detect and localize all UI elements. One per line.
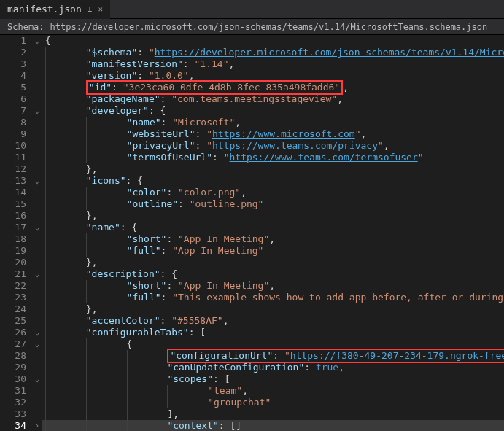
fold-toggle [32, 408, 42, 420]
close-icon[interactable]: ✕ [98, 4, 103, 14]
line-number: 15 [0, 198, 26, 210]
code-line[interactable]: "id": "3e23ca60-0dfe-4d8b-8fec-835a498fa… [42, 82, 504, 93]
json-key: "configurableTabs" [86, 327, 189, 338]
fold-toggle [32, 140, 42, 152]
code-line[interactable]: "short": "App In Meeting", [42, 233, 504, 245]
fold-toggle [32, 362, 42, 373]
json-string: "1.14" [195, 58, 229, 69]
json-key: "description" [86, 268, 160, 279]
fold-toggle[interactable]: ⌄ [32, 175, 42, 187]
line-number: 10 [0, 140, 26, 152]
line-number: 30 [0, 373, 26, 385]
json-key: "full" [127, 245, 161, 256]
code-editor[interactable]: 1234567891011121314151617181920212223242… [0, 35, 504, 431]
json-key: "full" [127, 292, 161, 303]
tab-manifest[interactable]: manifest.json ⟂ ✕ [0, 0, 110, 19]
code-line[interactable]: "canUpdateConfiguration": true, [42, 362, 504, 373]
code-line[interactable]: { [42, 35, 504, 47]
pin-icon[interactable]: ⟂ [88, 4, 93, 14]
line-number: 16 [0, 210, 26, 222]
json-key: "manifestVersion" [86, 58, 183, 69]
fold-toggle [32, 163, 42, 175]
line-number: 3 [0, 58, 26, 70]
fold-toggle [32, 292, 42, 303]
schema-url[interactable]: https://developer.microsoft.com/json-sch… [50, 22, 488, 32]
code-line[interactable]: "short": "App In Meeting", [42, 280, 504, 292]
line-number: 12 [0, 163, 26, 175]
code-line[interactable]: "outline": "outline.png" [42, 198, 504, 210]
code-line[interactable]: "websiteUrl": "https://www.microsoft.com… [42, 128, 504, 140]
fold-toggle[interactable]: ⌄ [32, 327, 42, 338]
code-line[interactable]: "full": "This example shows how to add a… [42, 292, 504, 303]
schema-bar: Schema: https://developer.microsoft.com/… [0, 19, 504, 35]
fold-toggle[interactable]: ⌄ [32, 105, 42, 117]
code-line[interactable]: "manifestVersion": "1.14", [42, 58, 504, 70]
line-number: 4 [0, 70, 26, 82]
tab-title: manifest.json [7, 4, 82, 15]
json-string: "This example shows how to add app befor… [172, 292, 504, 303]
code-line[interactable]: "termsOfUseUrl": "https://www.teams.com/… [42, 152, 504, 163]
code-line[interactable]: "packageName": "com.teams.meetingsstagev… [42, 93, 504, 105]
code-line[interactable]: "name": { [42, 222, 504, 233]
json-key: "privacyUrl" [127, 140, 195, 151]
code-line[interactable]: "team", [42, 385, 504, 397]
line-number: 9 [0, 128, 26, 140]
json-link[interactable]: "https://www.teams.com/termsofuser" [224, 152, 424, 163]
code-line[interactable]: "name": "Microsoft", [42, 117, 504, 128]
line-number: 14 [0, 187, 26, 198]
fold-toggle[interactable]: ⌄ [32, 268, 42, 280]
line-number: 33 [0, 408, 26, 420]
fold-toggle[interactable]: ⌄ [32, 222, 42, 233]
json-link[interactable]: "https://f380-49-207-234-179.ngrok-free.… [284, 350, 504, 361]
schema-label: Schema: [7, 22, 44, 32]
code-line[interactable]: "privacyUrl": "https://www.teams.com/pri… [42, 140, 504, 152]
fold-toggle[interactable]: ⌄ [32, 35, 42, 47]
json-string: "Microsoft" [172, 117, 235, 128]
line-number: 1 [0, 35, 26, 47]
code-line[interactable]: "developer": { [42, 105, 504, 117]
code-area[interactable]: { "$schema": "https://developer.microsof… [42, 35, 504, 431]
fold-toggle[interactable]: ⌄ [32, 338, 42, 350]
line-number: 18 [0, 233, 26, 245]
fold-column: ⌄⌄⌄⌄⌄⌄⌄⌄›››⌄ [32, 35, 42, 431]
code-line[interactable]: "groupchat" [42, 397, 504, 408]
code-line[interactable]: ], [42, 408, 504, 420]
fold-toggle [32, 280, 42, 292]
fold-toggle [32, 47, 42, 58]
code-line[interactable]: "configurableTabs": [ [42, 327, 504, 338]
json-key: "canUpdateConfiguration" [167, 362, 304, 373]
code-line[interactable]: "description": { [42, 268, 504, 280]
fold-toggle [32, 257, 42, 268]
gutter: 1234567891011121314151617181920212223242… [0, 35, 32, 431]
json-link[interactable]: "https://www.teams.com/privacy" [206, 140, 384, 151]
json-string: "groupchat" [208, 397, 271, 408]
json-string: "App In Meeting" [178, 280, 269, 291]
code-line[interactable]: }, [42, 257, 504, 268]
fold-toggle[interactable]: ⌄ [32, 373, 42, 385]
code-line[interactable]: }, [42, 303, 504, 315]
json-link[interactable]: "https://www.microsoft.com" [206, 128, 360, 139]
json-string: "#5558AF" [171, 315, 222, 326]
code-line[interactable]: "accentColor": "#5558AF", [42, 315, 504, 327]
line-number: 17 [0, 222, 26, 233]
fold-toggle [32, 245, 42, 257]
line-number: 29 [0, 362, 26, 373]
json-key: "short" [127, 233, 167, 244]
highlight-box: "configurationUrl": "https://f380-49-207… [167, 349, 504, 363]
code-line[interactable]: "color": "color.png", [42, 187, 504, 198]
line-number: 7 [0, 105, 26, 117]
code-line[interactable]: "context": [] [42, 420, 504, 431]
json-key: "outline" [127, 198, 178, 209]
fold-toggle[interactable]: › [32, 420, 42, 431]
code-line[interactable]: "$schema": "https://developer.microsoft.… [42, 47, 504, 58]
line-number: 21 [0, 268, 26, 280]
code-line[interactable]: }, [42, 210, 504, 222]
code-line[interactable]: "full": "App In Meeting" [42, 245, 504, 257]
code-line[interactable]: "scopes": [ [42, 373, 504, 385]
line-number: 6 [0, 93, 26, 105]
code-line[interactable]: }, [42, 163, 504, 175]
code-line[interactable]: "icons": { [42, 175, 504, 187]
code-line[interactable]: "configurationUrl": "https://f380-49-207… [42, 350, 504, 362]
json-link[interactable]: "https://developer.microsoft.com/json-sc… [149, 47, 504, 58]
json-string: "team" [208, 385, 242, 396]
